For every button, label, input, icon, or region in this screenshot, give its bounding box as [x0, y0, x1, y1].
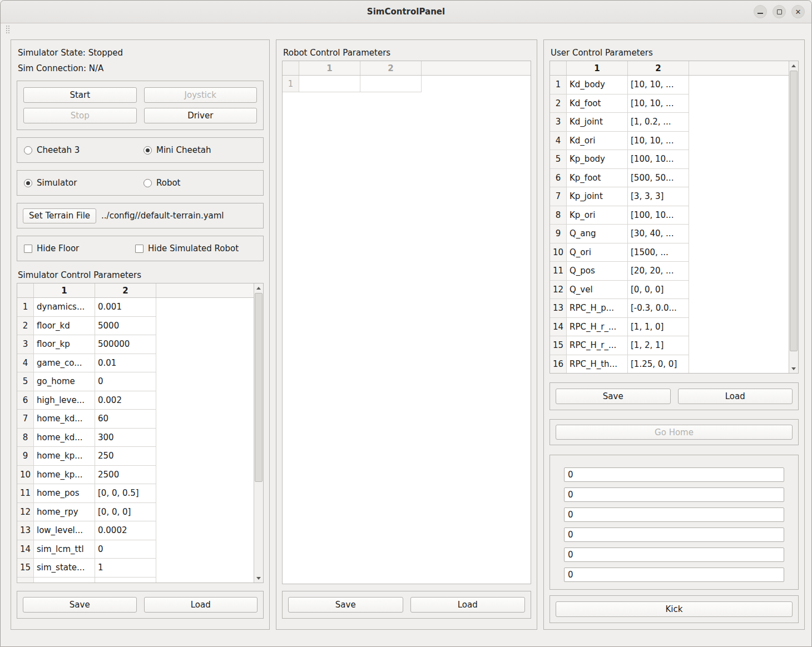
scroll-up-arrow[interactable] — [254, 283, 263, 292]
row-number-cell[interactable]: 16 — [17, 578, 34, 583]
row-number-cell[interactable]: 2 — [550, 94, 567, 113]
simulator-save-button[interactable]: Save — [23, 597, 137, 613]
param-name-cell[interactable]: Q_vel — [567, 281, 628, 300]
param-name-cell[interactable]: low_level... — [34, 521, 95, 540]
set-terrain-file-button[interactable]: Set Terrain File — [23, 208, 96, 223]
param-value-cell[interactable]: [1, 0.2, ... — [628, 113, 689, 132]
param-value-cell[interactable]: [1.25, 0, 0] — [628, 355, 689, 374]
scrollbar-thumb[interactable] — [255, 293, 263, 482]
row-number-cell[interactable]: 1 — [283, 76, 299, 92]
row-number-cell[interactable]: 3 — [550, 113, 567, 132]
user-save-button[interactable]: Save — [556, 389, 671, 404]
param-name-cell[interactable]: Kd_ori — [567, 132, 628, 151]
row-number-cell[interactable]: 9 — [17, 447, 34, 466]
param-value-cell[interactable]: [30, 40, ... — [628, 225, 689, 243]
row-number-cell[interactable]: 5 — [17, 372, 34, 391]
row-number-cell[interactable]: 4 — [550, 132, 567, 151]
scroll-down-arrow[interactable] — [789, 364, 798, 373]
start-button[interactable]: Start — [23, 87, 137, 103]
row-number-cell[interactable]: 15 — [550, 336, 567, 355]
radio-robot[interactable]: Robot — [143, 178, 181, 188]
joystick-button[interactable]: Joystick — [144, 87, 258, 103]
param-name-cell[interactable] — [299, 76, 360, 92]
user-command-input-3[interactable] — [564, 507, 784, 522]
param-value-cell[interactable]: 1 — [95, 559, 156, 578]
row-number-cell[interactable]: 12 — [17, 503, 34, 522]
param-value-cell[interactable]: [1500, ... — [628, 243, 689, 262]
param-name-cell[interactable]: Kd_body — [567, 76, 628, 94]
row-number-cell[interactable]: 7 — [550, 187, 567, 206]
param-value-cell[interactable]: [20, 20, ... — [628, 262, 689, 281]
row-number-cell[interactable]: 8 — [550, 206, 567, 225]
param-value-cell[interactable]: [0, 0, 0] — [628, 281, 689, 300]
param-value-cell[interactable]: [100, 10... — [628, 150, 689, 169]
param-value-cell[interactable]: [1, 1, 0] — [628, 318, 689, 337]
row-number-cell[interactable]: 14 — [17, 540, 34, 559]
param-value-cell[interactable]: [10, 10, ... — [628, 132, 689, 151]
param-value-cell[interactable]: 0 — [95, 540, 156, 559]
param-value-cell[interactable]: 60 — [95, 410, 156, 429]
param-name-cell[interactable]: home_kp... — [34, 466, 95, 485]
param-value-cell[interactable]: 500000 — [95, 335, 156, 354]
param-value-cell[interactable]: 250 — [95, 447, 156, 466]
param-value-cell[interactable]: [0, 0, 0] — [95, 503, 156, 522]
vertical-scrollbar[interactable] — [789, 61, 798, 373]
user-load-button[interactable]: Load — [678, 389, 793, 404]
param-name-cell[interactable]: RPC_H_r_... — [567, 318, 628, 337]
param-name-cell[interactable] — [34, 578, 95, 583]
param-value-cell[interactable]: 0.001 — [95, 298, 156, 317]
row-number-cell[interactable]: 16 — [550, 355, 567, 374]
param-value-cell[interactable]: 0.002 — [95, 391, 156, 410]
param-value-cell[interactable]: [10, 10, ... — [628, 76, 689, 94]
user-command-input-5[interactable] — [564, 548, 784, 562]
row-number-cell[interactable]: 3 — [17, 335, 34, 354]
param-value-cell[interactable]: 0 — [95, 372, 156, 391]
row-number-cell[interactable]: 5 — [550, 150, 567, 169]
vertical-scrollbar[interactable] — [254, 283, 263, 583]
param-name-cell[interactable]: Q_ori — [567, 243, 628, 262]
param-name-cell[interactable]: home_rpy — [34, 503, 95, 522]
param-name-cell[interactable]: high_leve... — [34, 391, 95, 410]
maximize-button[interactable] — [773, 5, 786, 18]
go-home-button[interactable]: Go Home — [556, 425, 793, 440]
minimize-button[interactable] — [754, 5, 767, 18]
param-value-cell[interactable] — [360, 76, 422, 92]
hide-floor-checkbox[interactable]: Hide Floor — [24, 243, 135, 253]
user-command-input-1[interactable] — [564, 467, 784, 482]
param-value-cell[interactable]: 0.01 — [95, 354, 156, 373]
param-name-cell[interactable]: dynamics... — [34, 298, 95, 317]
param-name-cell[interactable]: sim_lcm_ttl — [34, 540, 95, 559]
row-number-cell[interactable]: 11 — [17, 484, 34, 503]
param-value-cell[interactable]: 0.0002 — [95, 521, 156, 540]
column-header-2[interactable]: 2 — [360, 61, 422, 75]
param-name-cell[interactable]: Q_pos — [567, 262, 628, 281]
row-number-cell[interactable]: 7 — [17, 410, 34, 429]
row-number-cell[interactable]: 14 — [550, 318, 567, 337]
toolbar-grip-icon[interactable] — [6, 25, 9, 33]
column-header-1[interactable]: 1 — [34, 283, 95, 297]
param-value-cell[interactable]: [500, 50... — [628, 169, 689, 188]
row-number-cell[interactable]: 13 — [17, 521, 34, 540]
param-name-cell[interactable]: go_home — [34, 372, 95, 391]
column-header-2[interactable]: 2 — [628, 61, 689, 75]
param-name-cell[interactable]: Kp_joint — [567, 187, 628, 206]
row-number-cell[interactable]: 10 — [550, 243, 567, 262]
param-value-cell[interactable]: [3, 3, 3] — [628, 187, 689, 206]
param-name-cell[interactable]: floor_kd — [34, 317, 95, 336]
scroll-up-arrow[interactable] — [789, 61, 798, 70]
row-number-cell[interactable]: 9 — [550, 225, 567, 243]
row-number-cell[interactable]: 15 — [17, 559, 34, 578]
param-value-cell[interactable] — [95, 578, 156, 583]
column-header-1[interactable]: 1 — [299, 61, 360, 75]
param-value-cell[interactable]: [-0.3, 0.0... — [628, 299, 689, 318]
param-name-cell[interactable]: Kp_foot — [567, 169, 628, 188]
param-value-cell[interactable]: 2500 — [95, 466, 156, 485]
row-number-cell[interactable]: 6 — [550, 169, 567, 188]
param-name-cell[interactable]: RPC_H_p... — [567, 299, 628, 318]
param-name-cell[interactable]: Kp_ori — [567, 206, 628, 225]
column-header-1[interactable]: 1 — [567, 61, 628, 75]
param-value-cell[interactable]: [1, 2, 1] — [628, 336, 689, 355]
param-name-cell[interactable]: sim_state... — [34, 559, 95, 578]
driver-button[interactable]: Driver — [144, 108, 258, 123]
param-value-cell[interactable]: [10, 10, ... — [628, 94, 689, 113]
